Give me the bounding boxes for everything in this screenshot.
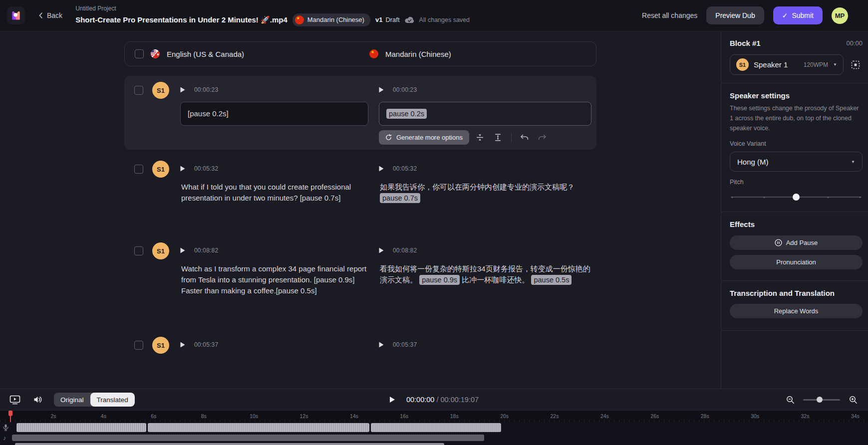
- speaker-track-segment[interactable]: [371, 423, 501, 432]
- source-text[interactable]: Watch as I transform a complex 34 page f…: [180, 263, 368, 296]
- block-settings-sidebar: Block #1 00:00 S1 Speaker 1 120WPM ▼: [721, 31, 868, 389]
- ruler-label: 12s: [300, 413, 308, 419]
- zoom-in-icon[interactable]: [846, 393, 860, 407]
- segment-timestamp: 00:00:23: [194, 86, 218, 93]
- ruler-label: 34s: [851, 413, 860, 419]
- user-avatar[interactable]: MP: [832, 7, 848, 24]
- transcript-block[interactable]: S1 00:05:37 00:05:37: [124, 331, 596, 358]
- block-checkbox[interactable]: [134, 86, 143, 95]
- china-flag-icon: [295, 15, 304, 24]
- play-segment-button[interactable]: [180, 341, 186, 348]
- version-status: Draft: [385, 16, 399, 23]
- generate-more-options-button[interactable]: Generate more options: [379, 130, 469, 145]
- transcript-block[interactable]: S1 00:00:23 [pause 0.2s] 00:00:23 pause …: [124, 76, 596, 150]
- play-segment-button[interactable]: [379, 165, 385, 172]
- transcript-block[interactable]: S1 00:08:82 Watch as I transform a compl…: [124, 236, 596, 300]
- target-language-badge[interactable]: Mandarin (Chinese): [292, 13, 370, 26]
- ruler-label: 2s: [50, 413, 56, 419]
- source-language-label: English (US & Canada): [167, 50, 244, 58]
- speaker-avatar: S1: [152, 82, 169, 99]
- pitch-label: Pitch: [730, 179, 863, 186]
- translated-text[interactable]: 如果我告诉你，你可以在两分钟内创建专业的演示文稿呢？ pause 0.7s: [379, 182, 591, 204]
- pause-chip[interactable]: pause 0.9s: [419, 275, 460, 285]
- pitch-slider-handle[interactable]: [793, 194, 800, 201]
- merge-segments-icon[interactable]: [473, 131, 487, 145]
- playhead[interactable]: [10, 411, 11, 422]
- submit-button[interactable]: ✓ Submit: [773, 6, 823, 24]
- text-segment: 如果我告诉你，你可以在两分钟内创建专业的演示文稿呢？: [380, 183, 575, 191]
- transcript-block[interactable]: S1 00:05:32 What if I told you that you …: [124, 155, 596, 208]
- block-checkbox[interactable]: [134, 165, 143, 174]
- redo-icon[interactable]: [536, 131, 550, 145]
- ruler-label: 30s: [751, 413, 759, 419]
- ruler-label: 6s: [151, 413, 156, 419]
- block-checkbox[interactable]: [134, 341, 143, 350]
- play-segment-button[interactable]: [180, 247, 186, 254]
- add-pause-label: Add Pause: [786, 239, 818, 246]
- speaker-track-segment[interactable]: [148, 423, 369, 432]
- segment-timestamp: 00:08:82: [393, 247, 417, 254]
- play-segment-button[interactable]: [379, 341, 385, 348]
- pause-chip[interactable]: pause 0.2s: [386, 109, 427, 119]
- speaker-settings-title: Speaker settings: [730, 91, 863, 100]
- language-badge-label: Mandarin (Chinese): [307, 16, 364, 23]
- app-logo[interactable]: [7, 6, 25, 24]
- ruler-label: 16s: [400, 413, 408, 419]
- pronunciation-button[interactable]: Pronunciation: [730, 255, 863, 269]
- time-display: 00:00:00 / 00:00:19:07: [406, 396, 479, 404]
- speaker-selector[interactable]: S1 Speaker 1 120WPM ▼: [730, 54, 844, 75]
- source-text[interactable]: [pause 0.2s]: [180, 102, 368, 126]
- voice-variant-select[interactable]: Hong (M) ▼: [730, 152, 863, 172]
- select-region-icon[interactable]: [849, 58, 863, 72]
- segment-timestamp: 00:00:23: [393, 86, 417, 93]
- volume-icon[interactable]: [31, 393, 45, 407]
- zoom-slider-handle[interactable]: [817, 397, 823, 403]
- timeline-zoom-slider[interactable]: [803, 397, 840, 403]
- play-button[interactable]: [389, 396, 395, 403]
- total-time: 00:00:19:07: [440, 396, 479, 404]
- add-pause-button[interactable]: Add Pause: [730, 235, 863, 250]
- preview-dub-button[interactable]: Preview Dub: [706, 6, 764, 24]
- ruler-label: 28s: [701, 413, 709, 419]
- pitch-slider[interactable]: [731, 194, 862, 201]
- pause-chip[interactable]: pause 0.5s: [531, 275, 572, 285]
- speaker-avatar: S1: [152, 242, 169, 259]
- reset-all-changes-button[interactable]: Reset all changes: [642, 11, 697, 19]
- version-info: v1 Draft: [375, 16, 400, 23]
- stretch-segment-icon[interactable]: [491, 131, 505, 145]
- transcript-editor: English (US & Canada) Mandarin (Chinese)…: [0, 31, 721, 389]
- submit-label: Submit: [792, 11, 814, 19]
- project-header: Untitled Project Short-Create Pro Presen…: [75, 5, 470, 26]
- replace-words-button[interactable]: Replace Words: [730, 304, 863, 318]
- segment-timestamp: 00:05:32: [393, 165, 417, 172]
- language-header-row: English (US & Canada) Mandarin (Chinese): [124, 41, 596, 66]
- back-button[interactable]: Back: [39, 11, 62, 19]
- speaker-track-segment[interactable]: [16, 423, 146, 432]
- block-checkbox[interactable]: [134, 246, 143, 255]
- translated-text[interactable]: pause 0.2s: [379, 102, 591, 126]
- block-title: Block #1: [730, 39, 761, 47]
- video-preview-icon[interactable]: [8, 393, 22, 407]
- toggle-original[interactable]: Original: [54, 393, 90, 407]
- ruler-label: 4s: [101, 413, 106, 419]
- source-text[interactable]: What if I told you that you could create…: [180, 182, 368, 204]
- music-track-segment[interactable]: [12, 435, 484, 441]
- ruler-label: 18s: [450, 413, 459, 419]
- pause-chip[interactable]: pause 0.7s: [380, 193, 420, 203]
- translated-text[interactable]: 看我如何将一份复杂的特斯拉34页财务报告，转变成一份惊艳的演示文稿。 pause…: [379, 263, 591, 285]
- extra-track-segment[interactable]: [15, 443, 444, 445]
- play-segment-button[interactable]: [379, 86, 385, 93]
- play-segment-button[interactable]: [180, 165, 186, 172]
- undo-icon[interactable]: [518, 131, 532, 145]
- play-segment-button[interactable]: [379, 247, 385, 254]
- toggle-translated[interactable]: Translated: [90, 393, 135, 407]
- ruler-label: 10s: [250, 413, 258, 419]
- player-bar: Original Translated 00:00:00 / 00:00:19:…: [0, 389, 868, 410]
- zoom-out-icon[interactable]: [783, 393, 797, 407]
- dubbing-studio-app: Back Untitled Project Short-Create Pro P…: [0, 0, 868, 445]
- play-segment-button[interactable]: [180, 86, 186, 93]
- speaker-track: [0, 423, 868, 432]
- timeline-ruler[interactable]: 2s4s6s8s10s12s14s16s18s20s22s24s26s28s30…: [0, 410, 868, 422]
- speaker-avatar: S1: [152, 161, 169, 178]
- select-all-checkbox[interactable]: [135, 49, 144, 58]
